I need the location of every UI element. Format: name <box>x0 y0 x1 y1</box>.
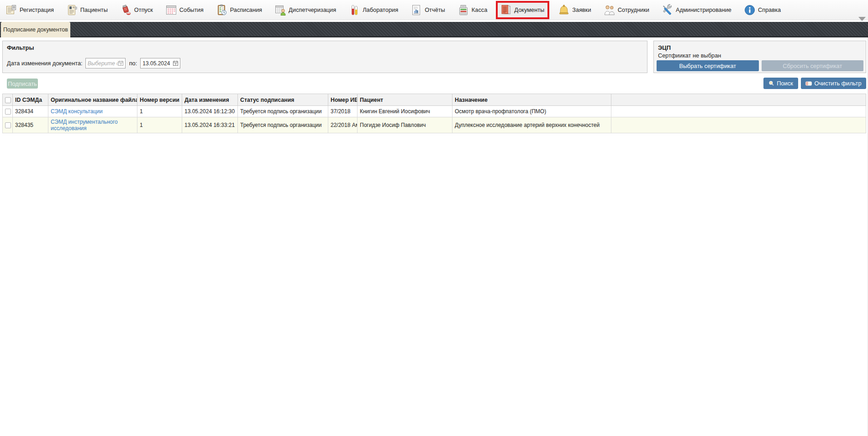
toolbar-item-label: Регистрация <box>20 6 54 13</box>
row-checkbox-cell <box>3 106 13 117</box>
clear-filter-button[interactable]: Очистить фильтр <box>801 78 866 89</box>
cell-spacer <box>611 117 866 133</box>
vacation-icon <box>120 4 132 16</box>
document-link[interactable]: СЭМД инструментального исследования <box>51 119 118 131</box>
column-header-file: Оригинальное название файла <box>48 94 137 106</box>
content-area: Фильтры Дата изменения документа: по: ЭЦ… <box>0 37 868 436</box>
table-row: 328434 СЭМД консультации 1 13.05.2024 16… <box>3 106 866 117</box>
toolbar-item-cash[interactable]: Касса <box>458 4 488 16</box>
cell-assignment: Дуплексное исследование артерий верхних … <box>452 117 611 133</box>
top-toolbar: Регистрация Пациенты Отпуск События Расп… <box>0 0 868 20</box>
tab-strip: Подписание документов <box>0 22 868 37</box>
requests-icon <box>558 4 570 16</box>
calendar-icon[interactable] <box>118 60 124 66</box>
table-row: 328435 СЭМД инструментального исследован… <box>3 117 866 133</box>
date-filter-label: Дата изменения документа: <box>7 60 83 67</box>
toolbar-item-label: События <box>179 6 204 13</box>
toolbar-item-label: Касса <box>472 6 488 13</box>
cell-modified: 13.05.2024 16:33:21 <box>182 117 238 133</box>
registration-icon <box>5 4 17 16</box>
toolbar-item-laboratory[interactable]: Лаборатория <box>348 4 398 16</box>
date-to-label: по: <box>129 60 137 67</box>
dispatch-icon <box>274 4 286 16</box>
cell-id: 328434 <box>13 106 48 117</box>
cell-modified: 13.05.2024 16:12:30 <box>182 106 238 117</box>
row-checkbox-cell <box>3 117 13 133</box>
select-all-checkbox[interactable] <box>5 97 11 103</box>
toolbar-item-reports[interactable]: Отчёты <box>410 4 445 16</box>
toolbar-item-patients[interactable]: Пациенты <box>66 4 108 16</box>
cell-id: 328435 <box>13 117 48 133</box>
toolbar-item-label: Отчёты <box>425 6 445 13</box>
certificate-status-text: Сертфиикат не выбран <box>658 52 721 59</box>
sign-button[interactable]: Подписать <box>7 79 38 89</box>
clear-filter-button-label: Очистить фильтр <box>814 80 861 87</box>
toolbar-item-staff[interactable]: Сотрудники <box>604 4 649 16</box>
toolbar-item-label: Администрирование <box>676 6 731 13</box>
date-to-input[interactable] <box>142 60 173 67</box>
row-checkbox[interactable] <box>5 109 11 115</box>
search-button-label: Поиск <box>777 80 793 87</box>
tab-document-signing[interactable]: Подписание документов <box>1 22 70 37</box>
column-header-id: ID СЭМДа <box>13 94 48 106</box>
date-from-box <box>85 58 126 68</box>
toolbar-item-vacation[interactable]: Отпуск <box>120 4 153 16</box>
toolbar-item-events[interactable]: События <box>165 4 204 16</box>
laboratory-icon <box>348 4 360 16</box>
column-header-status: Статус подписания <box>238 94 328 106</box>
table-header-row: ID СЭМДа Оригинальное название файла Ном… <box>3 94 866 106</box>
ecp-title: ЭЦП <box>654 41 866 51</box>
events-icon <box>165 4 177 16</box>
document-link[interactable]: СЭМД консультации <box>51 108 103 115</box>
reports-icon <box>410 4 422 16</box>
filters-panel: Фильтры Дата изменения документа: по: <box>2 41 647 73</box>
toolbar-item-label: Документы <box>514 6 544 13</box>
cell-ib: 22/2018 Амб. <box>328 117 358 133</box>
toolbar-item-label: Справка <box>758 6 781 13</box>
toolbar-item-requests[interactable]: Заявки <box>558 4 591 16</box>
cell-status: Требуется подпись организации <box>238 106 328 117</box>
toolbar-item-registration[interactable]: Регистрация <box>5 4 54 16</box>
select-certificate-button[interactable]: Выбрать сертификат <box>657 60 759 71</box>
toolbar-item-administration[interactable]: Администрирование <box>662 4 731 16</box>
cell-spacer <box>611 106 866 117</box>
toolbar-item-label: Сотрудники <box>618 6 649 13</box>
ecp-panel: ЭЦП Сертфиикат не выбран Выбрать сертифи… <box>653 41 866 73</box>
toolbar-item-label: Отпуск <box>134 6 153 13</box>
toolbar-item-schedules[interactable]: Расписания <box>216 4 262 16</box>
cell-file: СЭМД консультации <box>48 106 137 117</box>
filters-title: Фильтры <box>3 41 647 51</box>
column-header-version: Номер версии <box>137 94 182 106</box>
date-filter-row: Дата изменения документа: по: <box>7 58 180 68</box>
ecp-buttons-row: Выбрать сертификат Сбросить сертификат <box>657 60 863 71</box>
staff-icon <box>604 4 615 16</box>
reset-certificate-button[interactable]: Сбросить сертификат <box>762 60 864 71</box>
schedules-icon <box>216 4 228 16</box>
toolbar-overflow-chevron-down-icon[interactable] <box>858 17 866 21</box>
cell-version: 1 <box>137 117 182 133</box>
toolbar-item-label: Пациенты <box>80 6 108 13</box>
header-checkbox-cell <box>3 94 13 106</box>
help-icon <box>744 4 756 16</box>
date-from-input[interactable] <box>88 60 118 67</box>
toolbar-item-help[interactable]: Справка <box>744 4 781 16</box>
cell-ib: 37/2018 <box>328 106 358 117</box>
cell-patient: Погидзе Иосиф Павлович <box>358 117 452 133</box>
cell-version: 1 <box>137 106 182 117</box>
documents-table: ID СЭМДа Оригинальное название файла Ном… <box>2 94 866 133</box>
toolbar-item-documents[interactable]: Документы <box>496 1 549 19</box>
column-header-ib: Номер ИБ <box>328 94 358 106</box>
cell-assignment: Осмотр врача-профпатолога (ПМО) <box>452 106 611 117</box>
toolbar-item-label: Диспетчеризация <box>289 6 336 13</box>
column-header-assignment: Назначение <box>452 94 611 106</box>
search-button[interactable]: Поиск <box>763 78 798 89</box>
row-checkbox[interactable] <box>5 122 11 128</box>
date-to-box <box>140 58 180 68</box>
calendar-icon[interactable] <box>173 60 179 66</box>
cell-patient: Книгин Евгений Иосифович <box>358 106 452 117</box>
cell-file: СЭМД инструментального исследования <box>48 117 137 133</box>
cash-icon <box>458 4 469 16</box>
toolbar-item-label: Заявки <box>572 6 591 13</box>
column-header-spacer <box>611 94 866 106</box>
toolbar-item-dispatch[interactable]: Диспетчеризация <box>274 4 336 16</box>
